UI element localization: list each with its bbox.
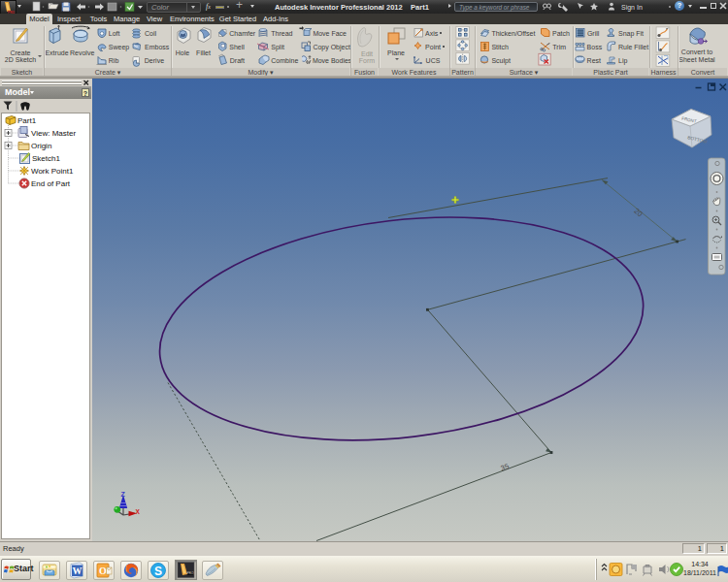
svg-text:O: O (99, 566, 107, 576)
svg-text:S: S (154, 565, 162, 578)
svg-text:W: W (73, 566, 83, 576)
svg-text:35: 35 (500, 462, 511, 472)
svg-text:PRO: PRO (187, 571, 194, 575)
svg-text:20: 20 (633, 207, 645, 218)
svg-text:Z: Z (121, 491, 126, 498)
svg-text:X: X (136, 508, 141, 515)
